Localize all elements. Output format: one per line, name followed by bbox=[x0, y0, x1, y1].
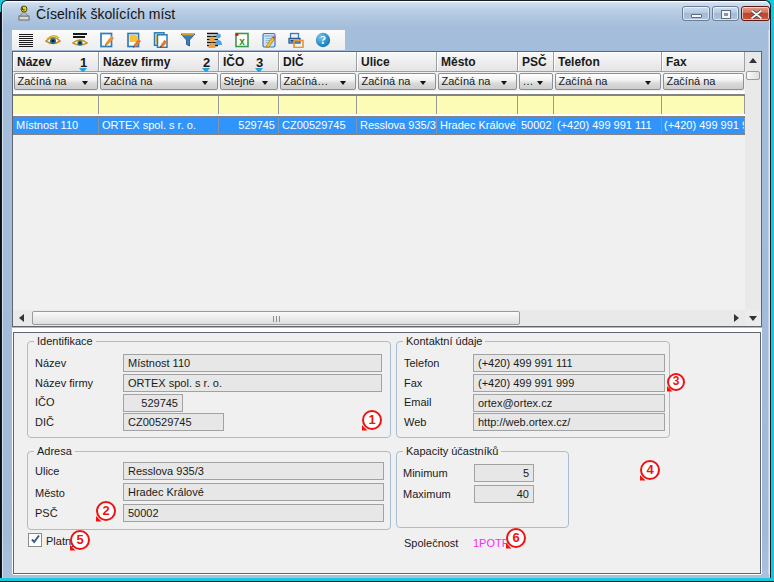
svg-text:x: x bbox=[239, 36, 245, 47]
svg-text:?: ? bbox=[320, 34, 326, 46]
